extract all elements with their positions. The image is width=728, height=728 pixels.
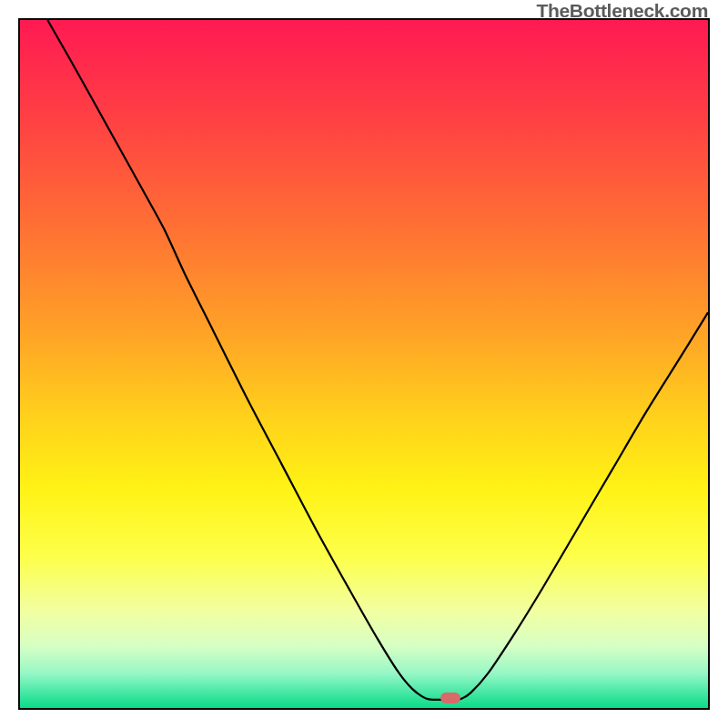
plot-area xyxy=(18,18,710,710)
gradient-background xyxy=(20,20,708,708)
chart-svg xyxy=(20,20,708,708)
chart-container: TheBottleneck.com xyxy=(0,0,728,728)
optimal-marker xyxy=(440,693,460,703)
